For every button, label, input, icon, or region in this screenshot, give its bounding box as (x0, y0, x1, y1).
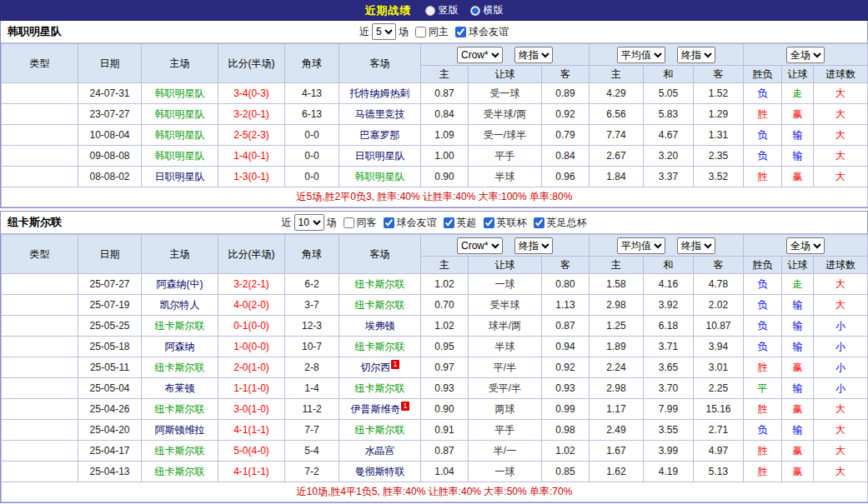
team-link[interactable]: 纽卡斯尔联 (142, 399, 218, 420)
checkbox-input[interactable] (344, 217, 354, 228)
checkbox-input[interactable] (415, 27, 426, 37)
checkbox-input[interactable] (534, 217, 544, 228)
team-link[interactable]: 韩职明星队 (339, 167, 421, 187)
match-row: 英超25-04-26纽卡斯尔联3-0(1-0)11-2伊普斯维奇10.90两球0… (2, 399, 868, 420)
average-stage-select[interactable]: 终指 (677, 47, 715, 63)
odds-stage-select[interactable]: 终指 (514, 237, 553, 254)
average-select[interactable]: 平均值 (617, 47, 665, 63)
layout-radio[interactable] (425, 6, 435, 16)
team-text: 阿斯顿维拉 (155, 424, 205, 436)
filter-checkbox-英联杯[interactable]: 英联杯 (479, 216, 527, 230)
summary-text: 近10场,胜4平1负5, 胜率:40% 让胜率:40% 大率:50% 单率:70… (2, 482, 868, 502)
team-link[interactable]: 凯尔特人 (142, 295, 218, 316)
column-header: 比分(半场) (218, 235, 285, 274)
filter-checkbox-球会友谊[interactable]: 球会友谊 (451, 25, 509, 39)
handicap-result-cell: 输 (782, 295, 814, 316)
score-cell: 4-1(1-1) (218, 462, 285, 482)
checkbox-input[interactable] (384, 217, 394, 228)
odds-company-select[interactable]: Crow* (457, 237, 503, 254)
team-text: 托特纳姆热刺 (350, 87, 410, 99)
checkbox-input[interactable] (484, 217, 494, 228)
team-link[interactable]: 巴塞罗那 (339, 125, 421, 146)
match-count-select[interactable]: 5 (372, 23, 396, 40)
score-cell: 3-4(0-3) (218, 83, 285, 104)
avg-home-cell: 1.17 (590, 399, 644, 420)
team-link[interactable]: 马德里竞技 (339, 104, 421, 125)
match-row: 英超25-05-18阿森纳1-0(0-0)10-7纽卡斯尔联0.95半球0.94… (2, 337, 868, 357)
team-text: 纽卡斯尔联 (355, 424, 405, 436)
team-link[interactable]: 韩职明星队 (142, 83, 218, 104)
goals-result-cell: 大 (814, 167, 868, 187)
team-link[interactable]: 日职明星队 (142, 167, 218, 187)
team-link[interactable]: 韩职明星队 (142, 104, 218, 125)
team-text: 日职明星队 (355, 150, 405, 162)
checkbox-input[interactable] (455, 27, 466, 37)
team-link[interactable]: 布莱顿 (142, 378, 218, 399)
team-link[interactable]: 纽卡斯尔联 (339, 378, 421, 399)
filter-checkbox-同客[interactable]: 同客 (339, 216, 377, 230)
checkbox-input[interactable] (444, 217, 454, 228)
team-link[interactable]: 韩职明星队 (142, 125, 218, 146)
team-link[interactable]: 纽卡斯尔联 (339, 337, 421, 357)
team-link[interactable]: 韩职明星队 (142, 146, 218, 167)
avg-draw-cell: 3.55 (644, 420, 694, 441)
avg-away-cell: 4.97 (694, 441, 744, 462)
corners-cell: 0-0 (285, 167, 339, 187)
layout-option-vertical[interactable]: 竖版 (425, 3, 459, 17)
team-link[interactable]: 切尔西1 (339, 357, 421, 378)
match-scope-select[interactable]: 全场 (786, 47, 825, 63)
corners-cell: 0-0 (285, 125, 339, 146)
corners-cell: 6-2 (285, 274, 339, 295)
team-link[interactable]: 水晶宫 (339, 441, 421, 462)
team-link[interactable]: 阿森纳 (142, 337, 218, 357)
team-link[interactable]: 托特纳姆热刺 (339, 83, 421, 104)
team-link[interactable]: 埃弗顿 (339, 316, 421, 337)
avg-draw-cell: 3.37 (644, 167, 694, 187)
home-odds-cell: 0.90 (421, 399, 469, 420)
team-link[interactable]: 纽卡斯尔联 (339, 295, 421, 316)
layout-option-horizontal[interactable]: 横版 (470, 3, 504, 17)
team-text: 马德里竞技 (355, 108, 405, 120)
avg-draw-cell: 3.92 (644, 295, 694, 316)
match-count-select[interactable]: 10 (294, 214, 324, 231)
handicap-result-cell: 输 (782, 316, 814, 337)
team-link[interactable]: 纽卡斯尔联 (142, 357, 218, 378)
goals-result-cell: 大 (814, 146, 868, 167)
home-odds-cell: 0.87 (421, 83, 469, 104)
team-link[interactable]: 伊普斯维奇1 (339, 399, 421, 420)
sub-column-header: 和 (644, 257, 694, 274)
average-stage-select[interactable]: 终指 (677, 237, 715, 254)
match-row: 英超25-04-20阿斯顿维拉4-1(1-1)7-7纽卡斯尔联0.91平手0.9… (2, 420, 868, 441)
layout-radio[interactable] (470, 6, 480, 16)
filter-checkbox-英足总杯[interactable]: 英足总杯 (529, 216, 587, 230)
away-odds-cell: 0.87 (542, 316, 590, 337)
match-scope-select[interactable]: 全场 (786, 237, 825, 254)
away-odds-cell: 0.89 (542, 83, 590, 104)
score-cell: 1-3(0-1) (218, 167, 285, 187)
odds-company-select[interactable]: Crow* (457, 47, 503, 63)
filter-checkbox-同主[interactable]: 同主 (411, 25, 449, 39)
avg-home-cell: 2.24 (590, 357, 644, 378)
filter-checkbox-英超[interactable]: 英超 (439, 216, 477, 230)
avg-draw-cell: 4.19 (644, 462, 694, 482)
score-cell: 1-1(1-0) (218, 378, 285, 399)
team-link[interactable]: 纽卡斯尔联 (142, 441, 218, 462)
home-odds-cell: 0.93 (421, 378, 469, 399)
odds-stage-select[interactable]: 终指 (514, 47, 553, 63)
team-link[interactable]: 阿斯顿维拉 (142, 420, 218, 441)
team-link[interactable]: 纽卡斯尔联 (142, 316, 218, 337)
filter-checkbox-球会友谊[interactable]: 球会友谊 (379, 216, 437, 230)
match-row: 英超25-05-04布莱顿1-1(1-0)1-4纽卡斯尔联0.93受平/半0.9… (2, 378, 868, 399)
average-select[interactable]: 平均值 (617, 237, 665, 254)
avg-home-cell: 1.67 (590, 441, 644, 462)
team-link[interactable]: 纽卡斯尔联 (142, 462, 218, 482)
avg-home-cell: 2.67 (590, 146, 644, 167)
result-cell: 负 (744, 316, 782, 337)
team-link[interactable]: 纽卡斯尔联 (339, 420, 421, 441)
column-header: 角球 (285, 235, 339, 274)
team-link[interactable]: 纽卡斯尔联 (339, 274, 421, 295)
team-link[interactable]: 曼彻斯特联 (339, 462, 421, 482)
team-link[interactable]: 阿森纳(中) (142, 274, 218, 295)
team-link[interactable]: 日职明星队 (339, 146, 421, 167)
away-odds-cell: 0.92 (542, 104, 590, 125)
